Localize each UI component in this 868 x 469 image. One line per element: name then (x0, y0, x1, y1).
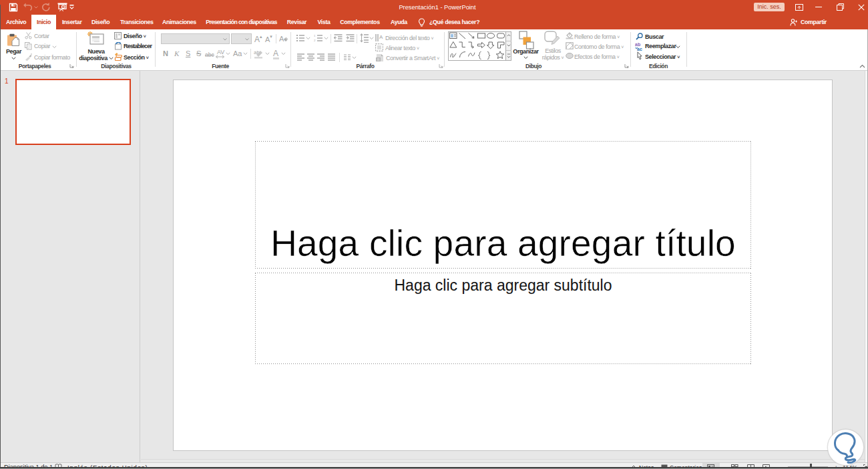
svg-text:1: 1 (314, 34, 316, 37)
svg-text:A: A (279, 35, 284, 43)
svg-text:2: 2 (314, 39, 316, 42)
svg-text:ac: ac (637, 47, 642, 51)
svg-text:A: A (379, 34, 383, 40)
